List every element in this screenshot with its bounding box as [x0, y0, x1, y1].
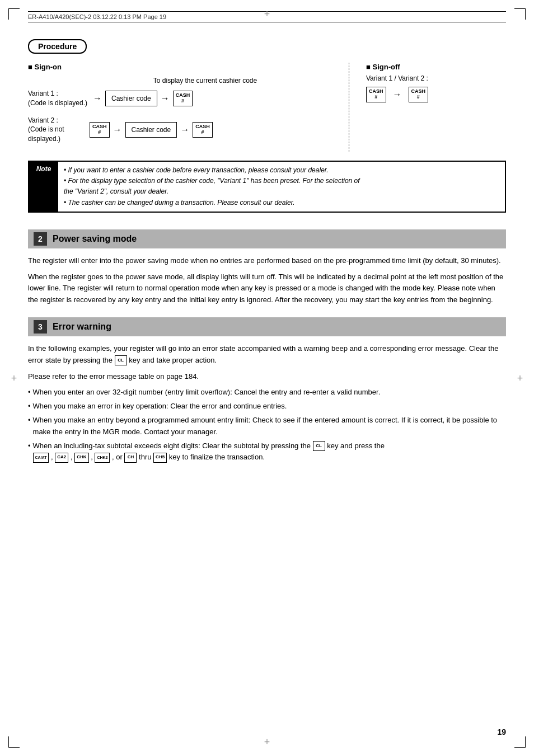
section3-title: Error warning — [53, 322, 111, 332]
procedure-label: Procedure — [28, 39, 87, 54]
note-box: Note • If you want to enter a cashier co… — [28, 161, 506, 213]
arrow3: → — [113, 125, 122, 135]
section3-number: 3 — [34, 320, 47, 334]
note-line-3: the "Variant 2", consult your dealer. — [64, 186, 360, 197]
note-line-2: • For the display type selection of the … — [64, 176, 360, 186]
ch-key: CH — [124, 453, 137, 463]
section3-header: 3 Error warning — [28, 317, 506, 336]
sign-off-key1: CASH # — [366, 87, 386, 102]
diagram-label: To display the current cashier code — [73, 77, 338, 84]
arrow2: → — [161, 93, 170, 104]
corner-mark-tl — [8, 8, 20, 20]
page-number: 19 — [497, 727, 506, 736]
arrow4: → — [180, 125, 189, 135]
bullet4: • When an including-tax subtotal exceeds… — [28, 440, 506, 464]
section2-para1: The register will enter into the power s… — [28, 255, 506, 267]
corner-mark-tr — [514, 8, 526, 20]
variant2-row: Variant 2 : (Code is not displayed.) CAS… — [28, 116, 338, 144]
note-line-4: • The cashier can be changed during a tr… — [64, 198, 360, 208]
sign-off-variant: Variant 1 / Variant 2 : — [366, 74, 506, 82]
ca2-key: CA2 — [55, 453, 68, 463]
chk2-key: CHK2 — [95, 453, 110, 463]
arrow1: → — [93, 93, 102, 104]
crosshair-bottom — [261, 736, 273, 748]
variant1-label: Variant 1 : (Code is displayed.) — [28, 89, 90, 108]
sign-off-diagram: CASH # → CASH # — [366, 87, 506, 102]
note-content: • If you want to enter a cashier code be… — [58, 162, 366, 212]
cashier-code-box2: Cashier code — [125, 122, 177, 138]
sign-off-area: Sign-off Variant 1 / Variant 2 : CASH # … — [349, 63, 506, 152]
cash-key-v2-start: CASH # — [90, 122, 110, 138]
section2-header: 2 Power saving mode — [28, 229, 506, 248]
bullet2: • When you make an error in key operatio… — [28, 401, 506, 412]
bullet3: • When you make an entry beyond a progra… — [28, 415, 506, 438]
corner-mark-bl — [8, 736, 20, 748]
crosshair-top — [261, 8, 273, 20]
cl-key-bullet4: CL — [313, 441, 325, 451]
sign-off-key2: CASH # — [409, 87, 429, 102]
corner-mark-br — [514, 736, 526, 748]
variant2-label: Variant 2 : (Code is not displayed.) — [28, 116, 90, 144]
cash-key-v2-end: CASH # — [193, 122, 213, 138]
ch5-key: CH5 — [153, 453, 167, 463]
cl-key-intro: CL — [115, 355, 127, 365]
sign-off-arrow: → — [393, 90, 402, 100]
header-text: ER-A410/A420(SEC)-2 03.12.22 0:13 PM Pag… — [28, 13, 166, 20]
page: ER-A410/A420(SEC)-2 03.12.22 0:13 PM Pag… — [0, 0, 534, 756]
crosshair-left — [8, 373, 20, 384]
section2-number: 2 — [34, 232, 47, 246]
sign-on-area: Sign-on To display the current cashier c… — [28, 63, 349, 152]
cashier-code-box1: Cashier code — [105, 91, 157, 106]
caat-key: CA/AT — [33, 453, 49, 463]
section2-title: Power saving mode — [53, 234, 137, 244]
sign-on-title: Sign-on — [28, 63, 338, 71]
crosshair-right — [514, 373, 526, 384]
section3-intro: In the following examples, your register… — [28, 343, 506, 367]
sign-off-title: Sign-off — [366, 63, 506, 71]
chk-key: CHK — [74, 453, 88, 463]
variant1-row: Variant 1 : (Code is displayed.) → Cashi… — [28, 89, 338, 108]
note-line-1: • If you want to enter a cashier code be… — [64, 165, 360, 176]
cash-key-v1: CASH # — [173, 91, 193, 106]
section2-para2: When the register goes to the power save… — [28, 271, 506, 306]
bullet1: • When you enter an over 32-digit number… — [28, 387, 506, 398]
note-label: Note — [29, 162, 58, 212]
section3-refer: Please refer to the error message table … — [28, 371, 506, 383]
sign-section: Sign-on To display the current cashier c… — [28, 63, 506, 152]
